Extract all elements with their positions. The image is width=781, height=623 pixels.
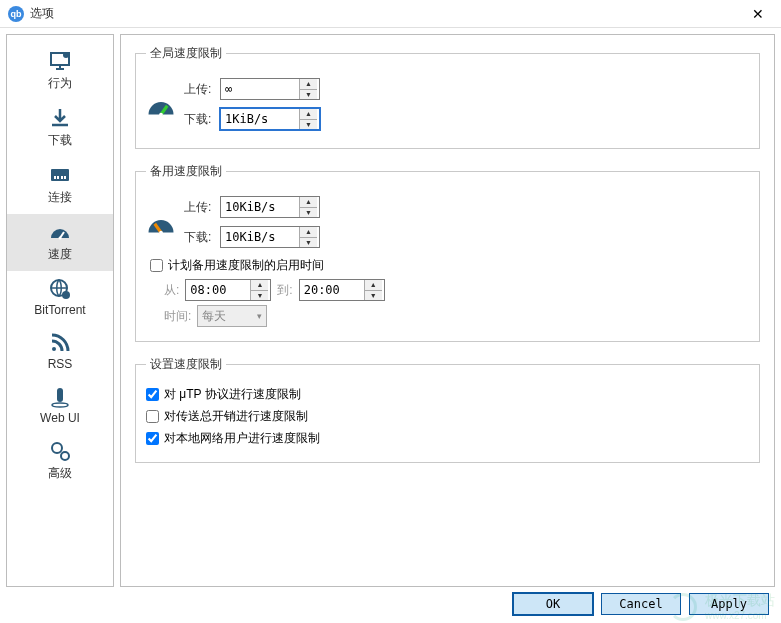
server-icon [46,385,74,409]
overhead-checkbox[interactable] [146,410,159,423]
spin-up[interactable]: ▲ [300,227,317,238]
monitor-gear-icon [46,49,74,73]
svg-rect-1 [51,169,69,181]
sidebar-item-label: 行为 [48,75,72,92]
sidebar-item-rss[interactable]: RSS [7,325,113,379]
sidebar-item-label: BitTorrent [34,303,85,317]
alt-limits-legend: 备用速度限制 [146,163,226,180]
global-limits-group: 全局速度限制 上传: ▲▼ 下载: ▲▼ [135,45,760,149]
svg-rect-2 [54,176,56,179]
spin-up[interactable]: ▲ [251,280,268,291]
apply-button[interactable]: Apply [689,593,769,615]
sidebar-item-label: 连接 [48,189,72,206]
svg-point-12 [52,443,62,453]
sidebar-item-behavior[interactable]: 行为 [7,43,113,100]
to-label: 到: [277,282,292,299]
svg-point-11 [52,403,68,407]
utp-checkbox[interactable] [146,388,159,401]
close-button[interactable]: ✕ [743,6,773,22]
svg-point-15 [159,231,163,235]
sidebar-item-label: 下载 [48,132,72,149]
sidebar-item-label: Web UI [40,411,80,425]
download-icon [46,106,74,130]
global-download-input[interactable] [221,109,299,129]
window-title: 选项 [30,5,743,22]
gears-icon [46,439,74,463]
global-upload-spinner[interactable]: ▲▼ [220,78,320,100]
from-time-spinner[interactable]: ▲▼ [185,279,271,301]
svg-point-8 [62,291,70,299]
spin-down[interactable]: ▼ [300,208,317,218]
from-time-input[interactable] [186,280,250,300]
svg-point-14 [159,113,163,117]
spin-down[interactable]: ▼ [251,291,268,301]
to-time-input[interactable] [300,280,364,300]
to-time-spinner[interactable]: ▲▼ [299,279,385,301]
globe-gear-icon [46,277,74,301]
sidebar-item-connection[interactable]: 连接 [7,157,113,214]
dialog-buttons: OK Cancel Apply [513,593,769,615]
rss-icon [46,331,74,355]
upload-label: 上传: [184,81,220,98]
svg-rect-3 [57,176,59,179]
spin-up[interactable]: ▲ [300,109,317,120]
spin-down[interactable]: ▼ [300,120,317,130]
sidebar-item-advanced[interactable]: 高级 [7,433,113,490]
svg-rect-4 [61,176,63,179]
svg-point-6 [59,237,62,240]
alt-limits-group: 备用速度限制 上传: ▲▼ 下载: ▲▼ [135,163,760,342]
ok-button[interactable]: OK [513,593,593,615]
titlebar: qb 选项 ✕ [0,0,781,28]
schedule-label: 计划备用速度限制的启用时间 [168,257,324,274]
lan-checkbox[interactable] [146,432,159,445]
alt-download-spinner[interactable]: ▲▼ [220,226,320,248]
alt-upload-label: 上传: [184,199,220,216]
lan-label: 对本地网络用户进行速度限制 [164,430,320,447]
spin-down[interactable]: ▼ [300,90,317,100]
spin-up[interactable]: ▲ [365,280,382,291]
content-panel: 全局速度限制 上传: ▲▼ 下载: ▲▼ [120,34,775,587]
download-label: 下载: [184,111,220,128]
cancel-button[interactable]: Cancel [601,593,681,615]
sidebar: 行为 下载 连接 速度 BitTorrent RSS Web UI 高级 [6,34,114,587]
when-select[interactable]: 每天 [197,305,267,327]
svg-rect-10 [57,388,63,402]
svg-point-9 [52,347,56,351]
global-upload-input[interactable] [221,79,299,99]
options-group: 设置速度限制 对 μTP 协议进行速度限制 对传送总开销进行速度限制 对本地网络… [135,356,760,463]
sidebar-item-downloads[interactable]: 下载 [7,100,113,157]
sidebar-item-speed[interactable]: 速度 [7,214,113,271]
ethernet-icon [46,163,74,187]
spin-down[interactable]: ▼ [365,291,382,301]
sidebar-item-label: 高级 [48,465,72,482]
global-limits-legend: 全局速度限制 [146,45,226,62]
sidebar-item-bittorrent[interactable]: BitTorrent [7,271,113,325]
from-label: 从: [164,282,179,299]
alt-download-label: 下载: [184,229,220,246]
gauge-orange-icon [146,210,176,234]
spin-up[interactable]: ▲ [300,79,317,90]
svg-point-13 [61,452,69,460]
spin-down[interactable]: ▼ [300,238,317,248]
when-label: 时间: [164,308,191,325]
svg-rect-5 [64,176,66,179]
options-legend: 设置速度限制 [146,356,226,373]
alt-download-input[interactable] [221,227,299,247]
sidebar-item-label: RSS [48,357,73,371]
utp-label: 对 μTP 协议进行速度限制 [164,386,301,403]
svg-point-0 [63,52,69,58]
spin-up[interactable]: ▲ [300,197,317,208]
global-download-spinner[interactable]: ▲▼ [220,108,320,130]
app-icon: qb [8,6,24,22]
sidebar-item-label: 速度 [48,246,72,263]
schedule-checkbox[interactable] [150,259,163,272]
gauge-green-icon [146,92,176,116]
gauge-icon [46,220,74,244]
alt-upload-input[interactable] [221,197,299,217]
sidebar-item-webui[interactable]: Web UI [7,379,113,433]
overhead-label: 对传送总开销进行速度限制 [164,408,308,425]
alt-upload-spinner[interactable]: ▲▼ [220,196,320,218]
